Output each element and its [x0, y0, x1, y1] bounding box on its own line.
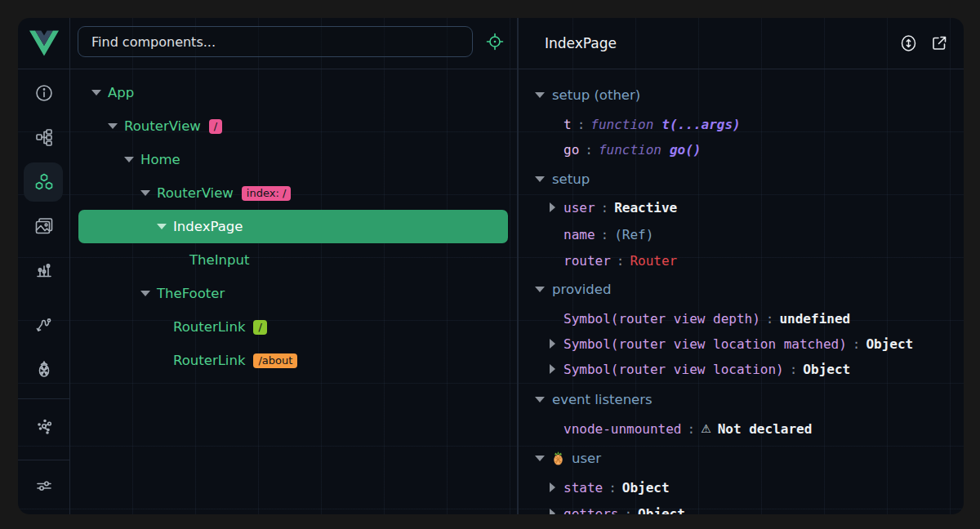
open-in-editor-button[interactable] — [929, 33, 949, 53]
sidebar-item-settings[interactable] — [18, 468, 69, 504]
levels-icon — [34, 260, 54, 280]
state-row-name: name : (Ref) — [519, 224, 964, 245]
graph-icon — [34, 416, 54, 436]
state-value: Reactive — [614, 200, 677, 216]
tree-row-routerview-2[interactable]: RouterView index: / — [78, 176, 508, 210]
section-label: setup (other) — [552, 87, 640, 103]
state-key: go — [564, 142, 579, 158]
search-input[interactable] — [90, 33, 461, 51]
collapse-triangle-icon[interactable] — [140, 291, 150, 296]
expand-triangle-icon[interactable] — [550, 482, 555, 492]
sidebar-item-router[interactable] — [18, 307, 69, 343]
sliders-icon — [34, 476, 54, 496]
target-icon — [486, 33, 504, 51]
select-component-button[interactable] — [483, 30, 506, 53]
state-value: Object — [622, 480, 670, 496]
state-row-symbol-matched[interactable]: Symbol(router view location matched) : O… — [519, 333, 964, 354]
section-setup[interactable]: setup — [519, 168, 964, 189]
state-row-getters[interactable]: getters : Object — [519, 503, 964, 514]
sidebar-item-assets[interactable] — [18, 208, 69, 244]
state-key: user — [564, 200, 595, 216]
collapse-triangle-icon[interactable] — [108, 123, 118, 129]
collapse-triangle-icon[interactable] — [91, 90, 101, 96]
collapse-triangle-icon[interactable] — [535, 456, 545, 461]
collapse-triangle-icon[interactable] — [157, 224, 167, 229]
tree-row-theinput[interactable]: TheInput — [78, 243, 508, 277]
state-value: Not declared — [718, 421, 813, 437]
route-badge: index: / — [242, 186, 291, 201]
component-search[interactable] — [78, 26, 473, 57]
section-provided[interactable]: provided — [519, 278, 964, 300]
state-key: state — [564, 480, 603, 496]
tree-row-routerlink-1[interactable]: RouterLink / — [78, 310, 508, 344]
section-label: provided — [552, 282, 611, 297]
scroll-to-component-icon — [900, 34, 917, 52]
tree-row-routerlink-2[interactable]: RouterLink /about — [78, 344, 508, 377]
function-signature: go() — [670, 142, 702, 158]
collapse-triangle-icon[interactable] — [124, 157, 134, 162]
state-row-go: go : function go() — [519, 139, 964, 160]
sidebar-item-pinia[interactable] — [18, 351, 69, 387]
tree-row-app[interactable]: App — [78, 76, 508, 109]
scroll-to-component-button[interactable] — [898, 33, 918, 53]
state-key: Symbol(router view location matched) — [564, 336, 847, 352]
section-setup-other[interactable]: setup (other) — [519, 84, 964, 105]
collapse-triangle-icon[interactable] — [535, 92, 545, 98]
sidebar-item-graph[interactable] — [18, 408, 69, 444]
sidebar-item-info[interactable] — [18, 75, 69, 111]
state-row-user[interactable]: user : Reactive — [519, 197, 964, 218]
state-value: undefined — [779, 311, 850, 327]
component-label: IndexPage — [173, 219, 243, 234]
collapse-triangle-icon[interactable] — [140, 190, 150, 196]
function-signature: t(...args) — [662, 117, 740, 132]
info-icon — [34, 83, 54, 103]
expand-triangle-icon[interactable] — [550, 202, 555, 212]
component-label: RouterView — [157, 185, 234, 201]
component-label: TheInput — [189, 252, 249, 268]
state-value: Object — [803, 362, 850, 377]
warning-icon: ⚠ — [701, 422, 711, 435]
sidebar-divider-line-2 — [18, 460, 69, 460]
section-event-listeners[interactable]: event listeners — [519, 389, 964, 410]
section-label: event listeners — [552, 392, 653, 407]
section-label: setup — [552, 171, 590, 187]
component-label: RouterView — [124, 118, 201, 134]
state-value: Object — [638, 506, 685, 515]
expand-triangle-icon[interactable] — [550, 339, 555, 349]
image-icon — [34, 216, 54, 236]
state-row-symbol-location[interactable]: Symbol(router view location) : Object — [519, 358, 964, 380]
state-key: t — [564, 117, 572, 132]
component-label: RouterLink — [173, 353, 245, 368]
expand-triangle-icon[interactable] — [550, 509, 555, 514]
component-label: App — [108, 85, 134, 100]
state-key: getters — [564, 506, 618, 515]
sidebar-item-components[interactable] — [18, 164, 69, 200]
state-value: Router — [630, 253, 677, 269]
route-badge: / — [253, 320, 266, 335]
tree-row-home[interactable]: Home — [78, 143, 508, 176]
function-keyword: function — [599, 142, 662, 158]
collapse-triangle-icon[interactable] — [535, 176, 545, 182]
vue-logo[interactable] — [18, 18, 69, 69]
section-user-store[interactable]: user — [519, 447, 964, 469]
route-badge: /about — [253, 353, 297, 368]
external-link-icon — [931, 35, 947, 51]
sidebar-item-pages-tree[interactable] — [18, 119, 69, 155]
collapse-triangle-icon[interactable] — [535, 397, 545, 402]
collapse-triangle-icon[interactable] — [535, 287, 545, 292]
inspector-title: IndexPage — [545, 18, 617, 69]
vue-devtools-window: App RouterView / Home RouterView index: … — [18, 18, 964, 514]
tree-row-thefooter[interactable]: TheFooter — [78, 277, 508, 310]
state-row-t: t : function t(...args) — [519, 113, 964, 135]
state-row-vnode-unmounted: vnode-unmounted : ⚠ Not declared — [519, 418, 964, 439]
pineapple-icon — [34, 359, 54, 379]
tree-row-indexpage-selected[interactable]: IndexPage — [78, 210, 508, 243]
state-row-state[interactable]: state : Object — [519, 477, 964, 498]
tree-row-routerview-1[interactable]: RouterView / — [78, 109, 508, 143]
sidebar-item-timeline[interactable] — [18, 252, 69, 288]
function-keyword: function — [590, 117, 653, 132]
component-label: RouterLink — [173, 319, 245, 335]
expand-triangle-icon[interactable] — [550, 364, 555, 374]
pinia-pineapple-icon — [552, 451, 564, 465]
tree-icon — [34, 127, 54, 147]
